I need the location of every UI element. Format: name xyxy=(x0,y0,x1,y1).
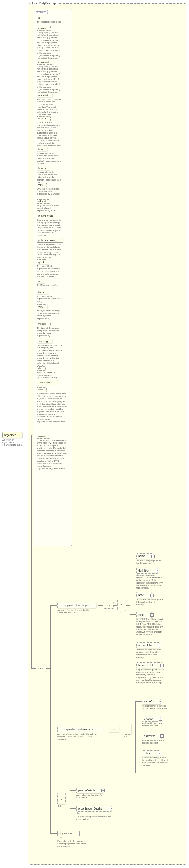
rel-choice[interactable] xyxy=(123,723,131,735)
attr-desc: A URI which identifies a xyxy=(37,284,62,286)
element-persondetails[interactable]: personDetails + xyxy=(76,787,103,794)
expand-icon[interactable]: + xyxy=(151,555,155,558)
expand-icon[interactable]: + xyxy=(159,717,162,720)
element-remoteinfo[interactable]: remoteInfo + xyxy=(136,642,159,648)
group-label: ConceptDefinitionGroup xyxy=(60,604,87,607)
concept-definition-group[interactable]: ConceptDefinitionGroup − xyxy=(57,603,96,608)
connector xyxy=(135,701,142,702)
def-choice[interactable] xyxy=(118,600,126,611)
party-choice[interactable] xyxy=(57,793,66,804)
occurs-label: 0..∞ xyxy=(118,612,122,614)
attr-box[interactable]: why xyxy=(37,183,47,187)
connector xyxy=(130,556,130,672)
attr-box[interactable]: creator xyxy=(37,26,51,31)
attr-desc: A concept identifier expressed as a free… xyxy=(37,295,62,303)
element-desc: A related concept, where the relationshi… xyxy=(142,756,170,767)
connector xyxy=(135,753,142,753)
connector xyxy=(130,665,136,665)
attr-desc: A refinement of the semantics of the pro… xyxy=(37,393,67,423)
expand-icon[interactable]: + xyxy=(160,735,164,738)
connector xyxy=(135,736,142,736)
attr-any[interactable]: any ##other xyxy=(37,380,58,385)
expand-icon[interactable]: + xyxy=(101,789,105,792)
attr-box[interactable]: whyuri xyxy=(37,199,50,204)
element-note[interactable]: note + xyxy=(136,592,152,598)
attr-desc: The local identifier of the xyxy=(37,21,62,23)
attr-box[interactable]: qcode xyxy=(37,260,49,265)
diagram-canvas: organiser A person or organisation organ… xyxy=(0,0,189,868)
element-label: name xyxy=(138,555,145,558)
attr-box[interactable]: xml:lang xyxy=(37,339,52,343)
attr-box[interactable]: literal xyxy=(37,290,49,294)
element-facet[interactable]: facet + xyxy=(136,612,152,618)
group-desc: A group of properties required to define… xyxy=(57,609,94,614)
expand-icon[interactable]: + xyxy=(159,700,162,703)
connector xyxy=(31,669,36,669)
expand-icon[interactable]: + xyxy=(158,752,161,755)
element-hierarchyinfo[interactable]: hierarchyInfo + xyxy=(136,662,162,668)
attr-box[interactable]: modified xyxy=(37,93,52,97)
attr-box[interactable]: custom xyxy=(37,116,51,121)
attr-box[interactable]: pubconstraint xyxy=(37,214,59,218)
element-desc: Additional natural language information … xyxy=(136,598,164,606)
expand-icon[interactable]: + xyxy=(150,613,154,617)
element-name[interactable]: name + xyxy=(136,553,153,559)
element-sameas[interactable]: sameAs + xyxy=(142,699,160,704)
attr-desc: If the property value is not defined, sp… xyxy=(37,65,62,93)
connector xyxy=(131,729,135,730)
attr-box[interactable]: roleuri xyxy=(37,434,50,439)
element-label: note xyxy=(138,594,144,597)
concept-relationships-group[interactable]: ConceptRelationshipsGroup − xyxy=(57,726,103,732)
element-any-other[interactable]: any ##other xyxy=(57,831,80,836)
expand-icon[interactable]: − xyxy=(87,604,89,607)
connector xyxy=(130,595,136,595)
expand-icon[interactable]: + xyxy=(160,664,164,667)
element-desc: An identifier of a more generic concept. xyxy=(142,722,170,727)
occurs-label: 0..∞ xyxy=(77,812,81,814)
expand-icon[interactable]: + xyxy=(156,569,159,572)
attr-desc: The directionality of textual content (e… xyxy=(37,371,62,379)
attr-box[interactable]: id xyxy=(37,16,45,20)
attr-box[interactable]: role xyxy=(37,388,47,392)
element-desc: In NAR 1.8 and later: facet is deprecate… xyxy=(136,618,164,636)
group-desc: A group of properties required to indica… xyxy=(57,733,99,741)
attr-box[interactable]: typeuri xyxy=(37,322,51,326)
element-narrower[interactable]: narrower + xyxy=(142,733,162,739)
attr-box[interactable]: type xyxy=(37,305,47,309)
attr-box[interactable]: uri xyxy=(37,279,45,283)
connector xyxy=(46,669,51,669)
expand-icon[interactable]: + xyxy=(110,807,113,810)
connector xyxy=(114,605,118,606)
expand-icon[interactable]: + xyxy=(150,594,154,597)
element-definition[interactable]: definition + xyxy=(136,568,158,574)
element-label: personDetails xyxy=(78,789,95,792)
root-element-organiser[interactable]: organiser xyxy=(2,432,22,438)
connector xyxy=(119,729,123,730)
expand-icon[interactable]: − xyxy=(92,728,93,731)
element-label: facet xyxy=(138,613,145,616)
element-broader[interactable]: broader + xyxy=(142,716,160,722)
element-label: related xyxy=(144,752,153,755)
element-organisationdetails[interactable]: organisationDetails + xyxy=(76,806,111,811)
expand-icon[interactable]: + xyxy=(158,644,161,647)
element-related[interactable]: related + xyxy=(142,750,160,756)
element-desc: A set of properties specific to a person xyxy=(76,794,104,799)
attr-box[interactable]: howuri xyxy=(37,166,50,170)
element-desc: A group of properties specific to an org… xyxy=(76,815,113,820)
occurs-label: 0..1 xyxy=(58,805,61,807)
connector xyxy=(130,645,136,645)
attr-box[interactable]: pubconstrainturi xyxy=(37,238,63,243)
attr-box[interactable]: dir xyxy=(37,366,45,371)
element-desc: A natural language definition of the sem… xyxy=(136,574,164,589)
connector xyxy=(66,799,70,799)
occurs-label: 0..∞ xyxy=(124,736,127,738)
attr-desc: The type of the concept assigned as cont… xyxy=(37,327,62,337)
attributes-label: attributes xyxy=(34,10,48,14)
main-sequence[interactable] xyxy=(36,665,46,672)
element-label: hierarchyInfo xyxy=(138,664,155,667)
attr-box[interactable]: creatoruri xyxy=(37,60,54,65)
element-label: remoteInfo xyxy=(138,644,152,647)
attr-box[interactable]: how xyxy=(37,147,47,151)
def-sequence[interactable] xyxy=(103,602,114,609)
rel-sequence[interactable] xyxy=(108,726,119,733)
